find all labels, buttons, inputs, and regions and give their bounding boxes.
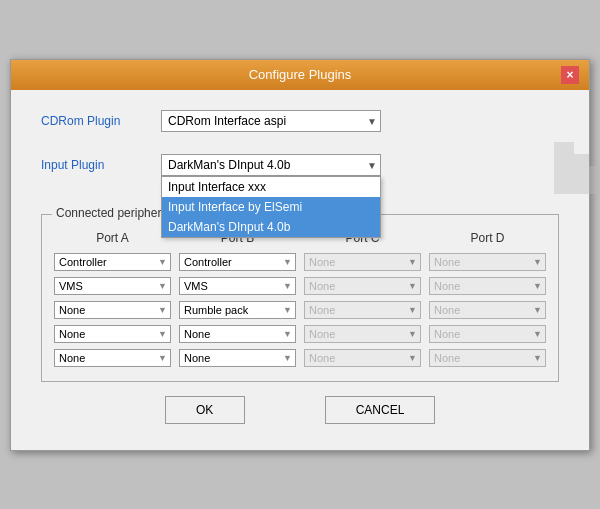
- input-option-1[interactable]: Input Interface xxx: [162, 177, 380, 197]
- port-b-slot4-select[interactable]: None: [179, 349, 296, 367]
- port-b-slot2-wrap: Rumble pack ▼: [179, 301, 296, 319]
- port-d-main-select[interactable]: None: [429, 253, 546, 271]
- configure-plugins-dialog: Configure Plugins × CDRom Plugin CDRom I…: [10, 59, 590, 451]
- port-a-slot3-wrap: None ▼: [54, 325, 171, 343]
- port-d-slot2-select[interactable]: None: [429, 301, 546, 319]
- port-b-col: Port B Controller ▼ VMS ▼: [179, 231, 296, 367]
- port-c-slot1-select[interactable]: None: [304, 277, 421, 295]
- port-d-slot1-wrap: None ▼: [429, 277, 546, 295]
- port-a-slot4-select[interactable]: None: [54, 349, 171, 367]
- input-control: DarkMan's DInput 4.0b ▼ Input Interface …: [161, 154, 559, 176]
- port-c-main-wrap: None ▼: [304, 253, 421, 271]
- port-a-slot1-select[interactable]: VMS: [54, 277, 171, 295]
- port-d-slot2-wrap: None ▼: [429, 301, 546, 319]
- port-c-col: Port C None ▼ None ▼: [304, 231, 421, 367]
- port-a-main-wrap: Controller ▼: [54, 253, 171, 271]
- dialog-body: CDRom Plugin CDRom Interface aspi ▼ Inpu…: [11, 90, 589, 450]
- port-d-title: Port D: [429, 231, 546, 245]
- input-option-3[interactable]: DarkMan's DInput 4.0b: [162, 217, 380, 237]
- port-c-slot4-select[interactable]: None: [304, 349, 421, 367]
- input-dropdown-list: Input Interface xxx Input Interface by E…: [161, 176, 381, 238]
- input-row: Input Plugin DarkMan's DInput 4.0b ▼ Inp…: [41, 150, 559, 176]
- port-d-slot4-select[interactable]: None: [429, 349, 546, 367]
- bottom-buttons: OK CANCEL: [41, 382, 559, 434]
- port-a-slot2-wrap: None ▼: [54, 301, 171, 319]
- input-row-wrapper: DarkMan's DInput 4.0b ▼ Input Interface …: [161, 154, 559, 176]
- input-select-wrapper: DarkMan's DInput 4.0b ▼: [161, 154, 381, 176]
- port-a-slot2-select[interactable]: None: [54, 301, 171, 319]
- cdrom-control: CDRom Interface aspi ▼: [161, 110, 559, 132]
- cdrom-row: CDRom Plugin CDRom Interface aspi ▼: [41, 110, 559, 132]
- port-a-slot3-select[interactable]: None: [54, 325, 171, 343]
- dialog-title: Configure Plugins: [39, 67, 561, 82]
- port-a-slot1-wrap: VMS ▼: [54, 277, 171, 295]
- input-select[interactable]: DarkMan's DInput 4.0b: [161, 154, 381, 176]
- svg-rect-3: [554, 142, 574, 194]
- cdrom-select[interactable]: CDRom Interface aspi: [161, 110, 381, 132]
- port-b-slot1-select[interactable]: VMS: [179, 277, 296, 295]
- close-button[interactable]: ×: [561, 66, 579, 84]
- port-d-col: Port D None ▼ None ▼: [429, 231, 546, 367]
- port-d-main-wrap: None ▼: [429, 253, 546, 271]
- port-c-slot2-wrap: None ▼: [304, 301, 421, 319]
- port-c-slot1-wrap: None ▼: [304, 277, 421, 295]
- port-c-main-select[interactable]: None: [304, 253, 421, 271]
- port-a-col: Port A Controller ▼ VMS ▼: [54, 231, 171, 367]
- port-c-slot4-wrap: None ▼: [304, 349, 421, 367]
- connected-group: Connected peripherals Port A Controller …: [41, 214, 559, 382]
- port-b-slot1-wrap: VMS ▼: [179, 277, 296, 295]
- port-b-slot3-select[interactable]: None: [179, 325, 296, 343]
- port-a-slot4-wrap: None ▼: [54, 349, 171, 367]
- port-b-slot2-select[interactable]: Rumble pack: [179, 301, 296, 319]
- port-d-slot3-wrap: None ▼: [429, 325, 546, 343]
- port-d-slot3-select[interactable]: None: [429, 325, 546, 343]
- port-b-main-wrap: Controller ▼: [179, 253, 296, 271]
- watermark: [544, 134, 600, 199]
- cdrom-select-wrapper: CDRom Interface aspi ▼: [161, 110, 381, 132]
- port-b-main-select[interactable]: Controller: [179, 253, 296, 271]
- port-c-slot3-wrap: None ▼: [304, 325, 421, 343]
- ports-row: Port A Controller ▼ VMS ▼: [54, 231, 546, 367]
- port-b-slot3-wrap: None ▼: [179, 325, 296, 343]
- input-option-2[interactable]: Input Interface by ElSemi: [162, 197, 380, 217]
- port-d-slot4-wrap: None ▼: [429, 349, 546, 367]
- ok-button[interactable]: OK: [165, 396, 245, 424]
- port-c-slot2-select[interactable]: None: [304, 301, 421, 319]
- watermark-svg: [544, 134, 600, 199]
- cancel-button[interactable]: CANCEL: [325, 396, 436, 424]
- input-label: Input Plugin: [41, 158, 161, 172]
- port-a-title: Port A: [54, 231, 171, 245]
- port-d-slot1-select[interactable]: None: [429, 277, 546, 295]
- port-c-slot3-select[interactable]: None: [304, 325, 421, 343]
- cdrom-label: CDRom Plugin: [41, 114, 161, 128]
- title-bar: Configure Plugins ×: [11, 60, 589, 90]
- port-a-main-select[interactable]: Controller: [54, 253, 171, 271]
- port-b-slot4-wrap: None ▼: [179, 349, 296, 367]
